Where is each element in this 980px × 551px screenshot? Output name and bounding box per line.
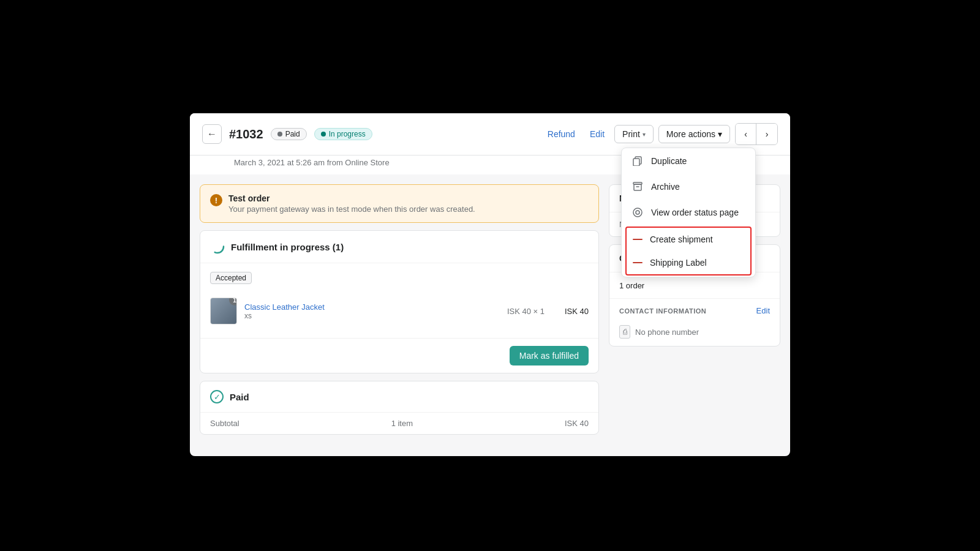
mark-as-fulfilled-button[interactable]: Mark as fulfilled [510,346,589,365]
order-number: #1032 [229,127,263,141]
back-button[interactable]: ← [202,124,222,144]
more-actions-caret-icon: ▾ [718,129,722,139]
duplicate-icon [631,155,644,167]
svg-point-0 [211,241,224,253]
view-status-icon [631,206,644,219]
nav-arrows: ‹ › [735,123,778,145]
subtotal-items: 1 item [391,419,413,428]
product-qty-price: ISK 40 × 1 [496,307,545,316]
contact-edit-button[interactable]: Edit [756,306,770,315]
more-actions-dropdown: Duplicate Archive View order status page [621,148,756,277]
main-column: ! Test order Your payment gateway was in… [200,184,599,435]
paid-dot [277,132,282,137]
next-order-button[interactable]: › [756,124,777,144]
svg-point-6 [633,208,642,217]
dropdown-duplicate[interactable]: Duplicate [622,148,755,174]
product-row: 1 Classic Leather Jacket xs ISK 40 × 1 I… [210,293,589,329]
alert-text: Your payment gateway was in test mode wh… [228,204,475,214]
edit-button[interactable]: Edit [585,126,609,143]
alert-title: Test order [228,193,475,203]
fulfillment-footer: Mark as fulfilled [200,338,598,373]
subtotal-price: ISK 40 [565,419,589,428]
print-caret-icon: ▾ [643,131,646,138]
shipping-label-icon [633,262,643,263]
product-info: Classic Leather Jacket xs [244,302,488,320]
refund-button[interactable]: Refund [543,126,580,143]
dropdown-view-order-status[interactable]: View order status page [622,200,755,225]
dropdown-create-shipment[interactable]: Create shipment [627,228,750,251]
header-actions: Refund Edit Print ▾ More actions ▾ ‹ › [543,123,778,145]
dropdown-archive[interactable]: Archive [622,174,755,200]
progress-badge: In progress [314,128,372,140]
fulfillment-card: Fulfillment in progress (1) Accepted 1 C… [200,230,599,373]
prev-order-button[interactable]: ‹ [736,124,756,144]
accepted-tag: Accepted [210,272,252,284]
alert-content: Test order Your payment gateway was in t… [228,193,475,214]
product-name[interactable]: Classic Leather Jacket [244,302,488,312]
paid-header: ✓ Paid [200,381,598,412]
progress-dot [321,132,326,137]
subtotal-row: Subtotal 1 item ISK 40 [200,412,598,434]
alert-icon: ! [210,194,222,206]
paid-badge: Paid [271,128,307,140]
svg-rect-4 [634,184,641,190]
product-thumbnail: 1 [210,298,237,324]
dropdown-shipping-label[interactable]: Shipping Label [627,251,750,274]
print-button[interactable]: Print ▾ [614,125,654,143]
copy-icon[interactable]: ⎙ [619,325,630,339]
fulfillment-progress-icon [210,239,225,254]
highlighted-section: Create shipment Shipping Label [625,227,752,276]
test-order-alert: ! Test order Your payment gateway was in… [200,184,599,223]
customer-order-count: 1 order [619,281,644,290]
product-price: ISK 40 [552,307,589,316]
paid-check-icon: ✓ [210,390,224,403]
paid-card: ✓ Paid Subtotal 1 item ISK 40 [200,381,599,435]
more-actions-button[interactable]: More actions ▾ [658,125,730,143]
no-phone-text: No phone number [635,328,699,337]
fulfillment-header: Fulfillment in progress (1) [200,231,598,263]
contact-header: CONTACT INFORMATION Edit [609,298,780,323]
fulfillment-title: Fulfillment in progress (1) [231,242,344,252]
paid-title: Paid [230,392,249,402]
subtotal-label: Subtotal [210,419,239,428]
fulfillment-body: Accepted 1 Classic Leather Jacket xs ISK… [200,263,598,338]
product-variant: xs [244,312,488,320]
archive-icon [631,181,644,193]
svg-point-7 [636,211,639,214]
create-shipment-icon [633,239,643,240]
contact-label: CONTACT INFORMATION [619,307,706,315]
svg-rect-2 [633,159,639,166]
contact-body: ⎙ No phone number [609,323,780,346]
